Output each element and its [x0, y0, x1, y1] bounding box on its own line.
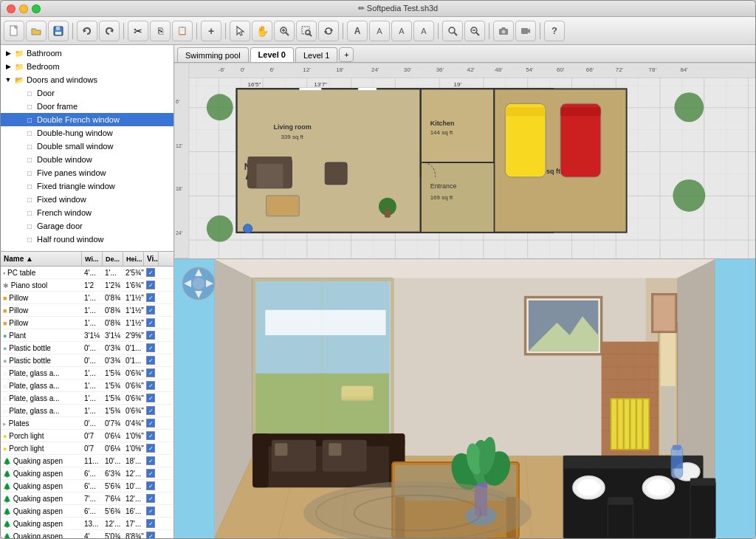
cell-visible[interactable]	[144, 468, 159, 479]
add-furniture-button[interactable]: +	[201, 21, 221, 41]
cell-visible[interactable]	[144, 393, 159, 404]
copy-button[interactable]: ⎘	[150, 21, 171, 41]
cell-visible[interactable]	[144, 330, 159, 341]
cell-visible[interactable]	[144, 280, 159, 291]
cell-name: 🌲 Quaking aspen	[1, 532, 82, 539]
cell-name: ● Porch light	[1, 444, 82, 453]
tree-item-double-small[interactable]: □ Double small window	[1, 140, 173, 153]
tree-item-half-round[interactable]: □ Half round window	[1, 233, 173, 246]
table-row[interactable]: 🌲 Quaking aspen 7'... 7'6¼ 12'...	[1, 492, 173, 505]
tab-add-button[interactable]: +	[339, 47, 354, 62]
tab-add-icon: +	[344, 50, 348, 59]
cell-visible[interactable]	[144, 430, 159, 442]
rotate-button[interactable]	[318, 21, 339, 41]
tree-item-double-window[interactable]: □ Double window	[1, 153, 173, 166]
tree-item-doors-windows[interactable]: ▼ 📂 Doors and windows	[1, 73, 173, 86]
tree-item-fixed-triangle[interactable]: □ Fixed triangle window	[1, 179, 173, 193]
cell-visible[interactable]	[144, 506, 159, 517]
cell-visible[interactable]	[144, 380, 159, 391]
cell-visible[interactable]	[144, 531, 159, 538]
tree-item-door[interactable]: □ Door	[1, 86, 173, 100]
cell-visible[interactable]	[144, 456, 159, 467]
cell-visible[interactable]	[144, 443, 159, 454]
dim-c-button[interactable]: A	[413, 21, 434, 41]
table-row[interactable]: ○ Plate, glass a... 1'... 1'5¾ 0'6¾"	[1, 405, 173, 417]
cell-visible[interactable]	[144, 405, 159, 416]
close-button[interactable]	[7, 4, 16, 13]
cut-button[interactable]: ✂	[128, 21, 148, 41]
cell-visible[interactable]	[144, 305, 159, 316]
table-row[interactable]: 🌲 Quaking aspen 6'... 5'6¾ 16'...	[1, 505, 173, 518]
pan-button[interactable]: ✋	[252, 21, 272, 41]
table-row[interactable]: ■ Pillow 1'... 0'8¾ 1'1½"	[1, 292, 173, 304]
tree-item-bathroom[interactable]: ▶ 📁 Bathroom	[1, 47, 173, 60]
search-button[interactable]	[442, 21, 463, 41]
tab-level-0[interactable]: Level 0	[250, 47, 294, 62]
svg-marker-7	[237, 27, 244, 35]
table-row[interactable]: ■ Pillow 1'... 0'8¾ 1'1½"	[1, 304, 173, 317]
cell-visible[interactable]	[144, 267, 159, 278]
table-row[interactable]: ▪ PC table 4'... 1'... 2'5¾"	[1, 267, 173, 279]
table-row-plastic-bottle-2[interactable]: ● Plastic bottle 0'... 0'3¾ 0'1...	[1, 354, 173, 367]
text-button[interactable]: A	[347, 21, 368, 41]
table-row-porch-light-1[interactable]: ● Porch light 0'7 0'6¼ 1'0⅝"	[1, 430, 173, 442]
table-row[interactable]: 🌲 Quaking aspen 11... 10'... 18'...	[1, 455, 173, 467]
item-icon-french: □	[24, 207, 35, 218]
tree-item-bedroom[interactable]: ▶ 📁 Bedroom	[1, 60, 173, 73]
cell-visible[interactable]	[144, 355, 159, 366]
maximize-button[interactable]	[32, 4, 41, 13]
table-row[interactable]: ■ Pillow 1'... 0'8¾ 1'1½"	[1, 317, 173, 329]
redo-button[interactable]	[99, 21, 120, 41]
table-row[interactable]: 🌲 Quaking aspen 13... 12'... 17'...	[1, 518, 173, 530]
tab-level-1[interactable]: Level 1	[295, 47, 337, 62]
save-button[interactable]	[48, 21, 69, 41]
tree-item-door-frame[interactable]: □ Door frame	[1, 100, 173, 113]
camera-button[interactable]	[493, 21, 514, 41]
dim-a-button[interactable]: A	[369, 21, 390, 41]
video-button[interactable]	[515, 21, 536, 41]
select-button[interactable]	[230, 21, 250, 41]
zoom-in-button[interactable]	[274, 21, 295, 41]
table-row-porch-light-2[interactable]: ● Porch light 0'7 0'6¼ 1'0⅝"	[1, 442, 173, 455]
cell-visible[interactable]	[144, 368, 159, 379]
zoom-out-button[interactable]	[464, 21, 485, 41]
navigation-control[interactable]	[180, 265, 217, 302]
table-row[interactable]: ● Plant 3'1¼ 3'1¼ 2'9⅝"	[1, 329, 173, 342]
undo-button[interactable]	[77, 21, 97, 41]
paste-button[interactable]: 📋	[172, 21, 193, 41]
cell-visible[interactable]	[144, 493, 159, 504]
furniture-table[interactable]: Name ▲ Wi... De... Hei... Vi... ▪ PC tab…	[1, 252, 173, 538]
table-row[interactable]: 🌲 Quaking aspen 6'... 6'3¾ 12'...	[1, 467, 173, 480]
table-row[interactable]: ✱ Piano stool 1'2 1'2¾ 1'6¾"	[1, 279, 173, 292]
floor-plan-area[interactable]: Swimming pool Level 0 Level 1 +	[174, 45, 755, 259]
help-button[interactable]: ?	[544, 21, 565, 41]
dim-b-button[interactable]: A	[391, 21, 412, 41]
cell-visible[interactable]	[144, 343, 159, 354]
table-row[interactable]: 🌲 Quaking aspen 4'... 5'0¾ 8'8¾"	[1, 530, 173, 538]
table-row-plates[interactable]: ▸ Plates 0'... 0'7¾ 0'4¾"	[1, 417, 173, 430]
cell-visible[interactable]	[144, 481, 159, 492]
tree-item-garage-door[interactable]: □ Garage door	[1, 219, 173, 233]
minimize-button[interactable]	[19, 4, 28, 13]
cell-visible[interactable]	[144, 418, 159, 429]
tree-item-five-panes[interactable]: □ Five panes window	[1, 166, 173, 179]
cell-visible[interactable]	[144, 292, 159, 303]
tree-item-fixed[interactable]: □ Fixed window	[1, 193, 173, 206]
table-row-plastic-bottle-1[interactable]: ● Plastic bottle 0'... 0'3¾ 0'1...	[1, 342, 173, 354]
tree-item-double-hung[interactable]: □ Double-hung window	[1, 126, 173, 140]
cell-width: 1'...	[82, 394, 103, 403]
cell-visible[interactable]	[144, 518, 159, 529]
table-row[interactable]: ○ Plate, glass a... 1'... 1'5¾ 0'6¾"	[1, 367, 173, 380]
tab-swimming-pool[interactable]: Swimming pool	[177, 47, 249, 62]
table-row[interactable]: 🌲 Quaking aspen 6'... 5'6¾ 10'...	[1, 480, 173, 492]
tree-item-french[interactable]: □ French window	[1, 206, 173, 219]
cell-visible[interactable]	[144, 317, 159, 329]
tree-view[interactable]: ▶ 📁 Bathroom ▶ 📁 Bedroom ▼ 📂 Doors and w…	[1, 45, 173, 252]
new-button[interactable]	[4, 21, 24, 41]
open-button[interactable]	[26, 21, 47, 41]
table-row[interactable]: ○ Plate, glass a... 1'... 1'5¾ 0'6¾"	[1, 380, 173, 392]
cell-depth: 0'3¾	[103, 356, 123, 365]
table-row[interactable]: ○ Plate, glass a... 1'... 1'5¾ 0'6¾"	[1, 392, 173, 405]
tree-item-double-french[interactable]: □ Double French window	[1, 113, 173, 126]
zoom-area-button[interactable]	[296, 21, 317, 41]
